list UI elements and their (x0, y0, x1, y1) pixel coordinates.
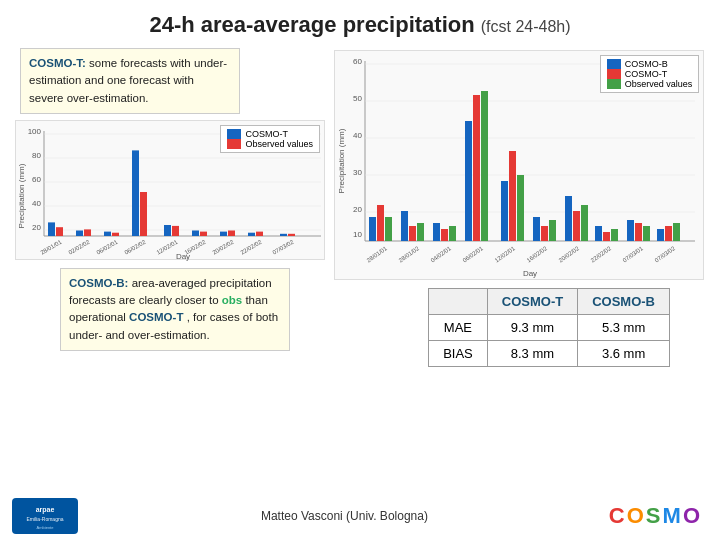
footer-credit-text: Matteo Vasconi (Univ. Bologna) (261, 509, 428, 523)
cosmo-o2: O (683, 503, 702, 529)
stats-label-mae: MAE (429, 315, 488, 341)
svg-text:07/03/02: 07/03/02 (271, 238, 295, 255)
stats-row-bias: BIAS 8.3 mm 3.6 mm (429, 341, 670, 367)
svg-rect-82 (657, 229, 664, 241)
cosmo-b-label: COSMO-B: (69, 277, 128, 289)
legend-label-cosmo-b: COSMO-B (625, 59, 668, 69)
svg-rect-83 (665, 226, 672, 241)
svg-text:80: 80 (32, 151, 41, 160)
svg-text:30: 30 (353, 168, 362, 177)
svg-rect-29 (280, 234, 287, 236)
svg-text:06/02/01: 06/02/01 (95, 238, 119, 255)
stats-table: COSMO-T COSMO-B MAE 9.3 mm 5.3 mm BIA (428, 288, 670, 367)
footer: arpae Emilia-Romagna Ambiente Matteo Vas… (0, 492, 720, 540)
svg-text:40: 40 (32, 199, 41, 208)
svg-rect-71 (541, 226, 548, 241)
arpae-logo: arpae Emilia-Romagna Ambiente (10, 496, 80, 536)
svg-rect-73 (565, 196, 572, 241)
svg-rect-74 (573, 211, 580, 241)
svg-rect-30 (288, 234, 295, 236)
svg-text:arpae: arpae (36, 506, 55, 514)
svg-rect-19 (132, 150, 139, 236)
right-panel: COSMO-B COSMO-T Observed values Precipit… (334, 44, 710, 504)
svg-rect-27 (248, 232, 255, 235)
svg-text:Day: Day (523, 269, 537, 278)
svg-rect-22 (172, 226, 179, 236)
legend-top: COSMO-T Observed values (220, 125, 320, 153)
svg-rect-70 (533, 217, 540, 241)
stats-label-bias: BIAS (429, 341, 488, 367)
cosmo-s: S (646, 503, 663, 529)
stats-header-empty (429, 289, 488, 315)
svg-text:Ambiente: Ambiente (37, 525, 55, 530)
cosmo-c: C (609, 503, 627, 529)
svg-text:Emilia-Romagna: Emilia-Romagna (27, 516, 64, 522)
svg-text:50: 50 (353, 94, 362, 103)
svg-rect-62 (441, 229, 448, 241)
svg-rect-25 (220, 231, 227, 235)
svg-rect-55 (369, 217, 376, 241)
svg-text:Precipitation (mm): Precipitation (mm) (337, 128, 346, 193)
legend-item-obs-b: Observed values (607, 79, 693, 89)
svg-rect-61 (433, 223, 440, 241)
svg-text:60: 60 (353, 57, 362, 66)
stats-cosmo-t-bias: 8.3 mm (487, 341, 577, 367)
annotation-top: COSMO-T: some forecasts with under-estim… (20, 48, 240, 114)
stats-header-cosmo-b: COSMO-B (578, 289, 670, 315)
svg-text:28/01/01: 28/01/01 (39, 238, 63, 255)
svg-rect-67 (501, 181, 508, 241)
title-text: 24-h area-average precipitation (149, 12, 474, 37)
svg-rect-79 (627, 220, 634, 241)
svg-rect-72 (549, 220, 556, 241)
svg-text:22/02/02: 22/02/02 (239, 238, 263, 255)
legend-bottom: COSMO-B COSMO-T Observed values (600, 55, 700, 93)
svg-rect-18 (112, 232, 119, 235)
legend-color-cosmo-t-b (607, 69, 621, 79)
svg-rect-64 (465, 121, 472, 241)
svg-rect-69 (517, 175, 524, 241)
page-title: 24-h area-average precipitation (fcst 24… (0, 0, 720, 44)
svg-rect-13 (48, 222, 55, 236)
top-chart-container: COSMO-T Observed values Precipitation (m… (15, 120, 325, 260)
svg-text:04/02/01: 04/02/01 (430, 245, 453, 264)
svg-rect-81 (643, 226, 650, 241)
svg-rect-65 (473, 95, 480, 241)
svg-text:10: 10 (353, 230, 362, 239)
cosmo-m: M (663, 503, 683, 529)
stats-area: COSMO-T COSMO-B MAE 9.3 mm 5.3 mm BIA (334, 288, 710, 377)
svg-rect-20 (140, 192, 147, 236)
legend-item-cosmo-b: COSMO-B (607, 59, 693, 69)
svg-text:07/03/02: 07/03/02 (654, 245, 677, 264)
left-panel: COSMO-T: some forecasts with under-estim… (10, 44, 326, 504)
svg-text:60: 60 (32, 175, 41, 184)
svg-text:100: 100 (28, 127, 42, 136)
svg-text:07/03/01: 07/03/01 (622, 245, 645, 264)
legend-label-cosmo-t-b: COSMO-T (625, 69, 668, 79)
svg-text:28/01/01: 28/01/01 (366, 245, 389, 264)
svg-text:06/02/01: 06/02/01 (462, 245, 485, 264)
legend-item-obs: Observed values (227, 139, 313, 149)
stats-cosmo-b-mae: 5.3 mm (578, 315, 670, 341)
svg-rect-26 (228, 230, 235, 236)
svg-rect-28 (256, 231, 263, 235)
annotation-bottom: COSMO-B: area-averaged precipitation for… (60, 268, 290, 351)
svg-rect-15 (76, 230, 83, 236)
legend-item-cosmo-t: COSMO-T (227, 129, 313, 139)
legend-color-obs (227, 139, 241, 149)
svg-rect-66 (481, 91, 488, 241)
svg-text:22/02/02: 22/02/02 (590, 245, 613, 264)
svg-text:Day: Day (176, 252, 190, 261)
footer-credit: Matteo Vasconi (Univ. Bologna) (80, 509, 609, 523)
svg-text:28/01/02: 28/01/02 (398, 245, 421, 264)
svg-rect-80 (635, 223, 642, 241)
stats-cosmo-t-mae: 9.3 mm (487, 315, 577, 341)
svg-rect-78 (611, 229, 618, 241)
svg-rect-59 (409, 226, 416, 241)
svg-text:06/02/02: 06/02/02 (123, 238, 147, 255)
svg-rect-84 (673, 223, 680, 241)
svg-rect-60 (417, 223, 424, 241)
stats-cosmo-b-bias: 3.6 mm (578, 341, 670, 367)
svg-rect-23 (192, 230, 199, 236)
subtitle-text: (fcst 24-48h) (481, 18, 571, 35)
svg-rect-77 (603, 232, 610, 241)
